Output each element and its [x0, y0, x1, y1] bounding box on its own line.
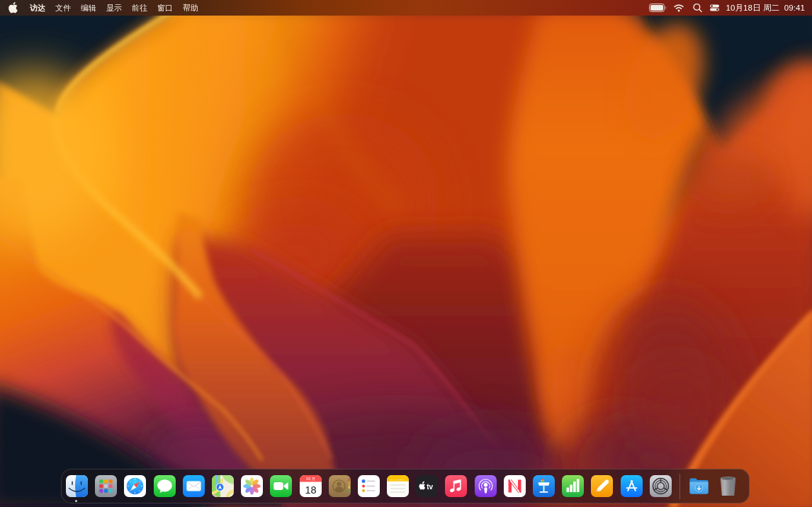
svg-text:10 月: 10 月 — [305, 477, 315, 482]
svg-text:18: 18 — [305, 484, 316, 496]
svg-text:tv: tv — [427, 483, 433, 491]
